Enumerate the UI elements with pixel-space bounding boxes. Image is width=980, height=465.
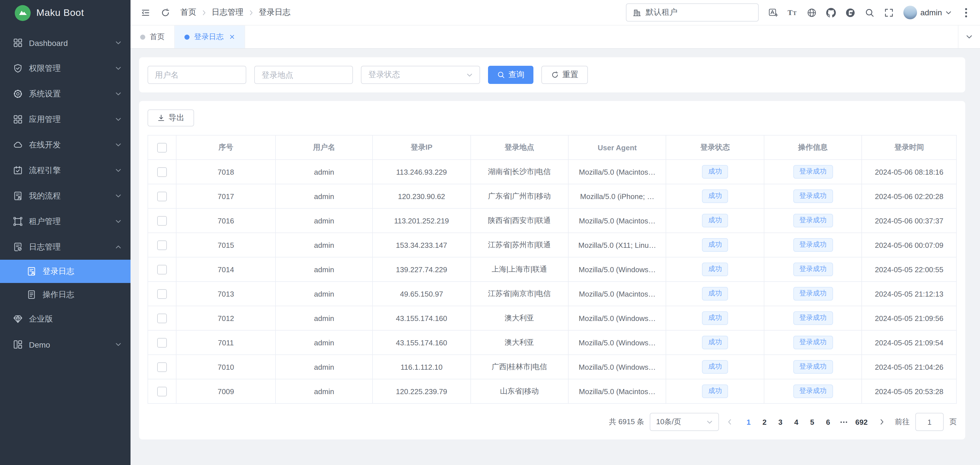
sidebar-item-label: 操作日志	[43, 289, 121, 300]
status-badge: 成功	[702, 189, 728, 203]
cell-ip: 43.155.174.160	[372, 306, 471, 330]
tab-dot	[185, 34, 189, 40]
next-page-button[interactable]	[877, 419, 887, 425]
info-badge: 登录成功	[793, 214, 833, 227]
cell-id: 7015	[176, 233, 276, 257]
select-all-checkbox[interactable]	[157, 143, 167, 152]
tabbar-dropdown[interactable]	[958, 25, 980, 48]
github-icon[interactable]	[826, 8, 836, 17]
status-badge: 成功	[702, 311, 728, 325]
table-row: 7011admin43.155.174.160澳大利亚Mozilla/5.0 (…	[148, 330, 956, 355]
search-button[interactable]: 查询	[488, 66, 533, 84]
more-pages-icon[interactable]	[836, 421, 852, 423]
page-number-button[interactable]: 6	[820, 414, 836, 430]
cell-location: 广东省|广州市|移动	[471, 184, 568, 208]
cell-location: 澳大利亚	[471, 306, 568, 330]
sidebar-item-system-settings[interactable]: 系统设置	[0, 81, 130, 106]
col-header-ip: 登录IP	[372, 135, 471, 160]
sidebar-item-permission-management[interactable]: 权限管理	[0, 56, 130, 81]
row-checkbox[interactable]	[157, 362, 167, 372]
row-checkbox[interactable]	[157, 167, 167, 177]
row-checkbox[interactable]	[157, 265, 167, 274]
sidebar-item-dashboard[interactable]: Dashboard	[0, 30, 130, 56]
user-menu[interactable]: admin	[904, 6, 951, 19]
table-row: 7014admin139.227.74.229上海|上海市|联通Mozilla/…	[148, 257, 956, 282]
kebab-menu-icon[interactable]	[961, 8, 971, 17]
goto-page-input[interactable]	[915, 413, 944, 431]
row-checkbox[interactable]	[157, 386, 167, 396]
chevron-down-icon	[115, 341, 121, 348]
cell-location: 江苏省|苏州市|联通	[471, 233, 568, 257]
row-checkbox[interactable]	[157, 191, 167, 201]
sidebar-item-log-management[interactable]: 日志管理	[0, 234, 130, 260]
globe-icon[interactable]	[807, 8, 816, 17]
reset-button[interactable]: 重置	[541, 66, 588, 84]
tenant-frame-icon	[13, 216, 23, 227]
login-location-input[interactable]	[254, 66, 353, 84]
row-checkbox[interactable]	[157, 216, 167, 225]
table-row: 7015admin153.34.233.147江苏省|苏州市|联通Mozilla…	[148, 233, 956, 257]
tab-bar: 首页 登录日志	[130, 25, 980, 49]
font-size-icon[interactable]: TT	[788, 8, 797, 17]
sidebar-item-workflow-engine[interactable]: 流程引擎	[0, 158, 130, 183]
app-logo[interactable]: Maku Boot	[0, 0, 130, 25]
sidebar-item-tenant-management[interactable]: 租户管理	[0, 209, 130, 234]
breadcrumb-item-log-management[interactable]: 日志管理	[212, 7, 243, 17]
cell-ip: 43.155.174.160	[372, 330, 471, 355]
cell-info: 登录成功	[764, 306, 862, 330]
sidebar-item-login-log[interactable]: 登录日志	[0, 260, 130, 283]
page-number-button[interactable]: 4	[789, 414, 804, 430]
login-status-select[interactable]: 登录状态	[361, 66, 480, 84]
cell-username: admin	[275, 355, 372, 379]
page-number-button[interactable]: 692	[852, 414, 871, 430]
sidebar-item-operation-log[interactable]: 操作日志	[0, 283, 130, 306]
tab-home[interactable]: 首页	[130, 25, 175, 48]
translate-icon[interactable]	[768, 8, 778, 17]
export-button[interactable]: 导出	[148, 110, 194, 127]
logo-mountain-icon	[15, 5, 31, 21]
sidebar-item-enterprise[interactable]: 企业版	[0, 306, 130, 332]
sidebar-item-demo[interactable]: Demo	[0, 332, 130, 357]
page-number-button[interactable]: 1	[741, 414, 757, 430]
tab-login-log[interactable]: 登录日志	[175, 25, 245, 48]
search-icon[interactable]	[865, 8, 875, 17]
table-card: 导出 序号 用户名 登录IP 登录地点	[139, 101, 965, 440]
cell-ip: 153.34.233.147	[372, 233, 471, 257]
login-log-table: 序号 用户名 登录IP 登录地点 User Agent 登录状态 操作信息 登录…	[148, 135, 957, 404]
chevron-down-icon	[115, 193, 121, 199]
row-checkbox[interactable]	[157, 338, 167, 348]
gitee-icon[interactable]	[845, 8, 855, 17]
cell-status: 成功	[666, 233, 764, 257]
sidebar-item-app-management[interactable]: 应用管理	[0, 106, 130, 132]
search-button-label: 查询	[508, 70, 524, 80]
sidebar-item-my-process[interactable]: 我的流程	[0, 183, 130, 209]
fullscreen-icon[interactable]	[884, 8, 894, 17]
cell-ip: 120.225.239.79	[372, 379, 471, 403]
page-number-button[interactable]: 3	[773, 414, 789, 430]
tenant-select-value: 默认租户	[646, 7, 678, 17]
row-checkbox[interactable]	[157, 240, 167, 250]
row-checkbox[interactable]	[157, 289, 167, 298]
svg-text:T: T	[788, 8, 792, 17]
table-row: 7018admin113.246.93.229湖南省|长沙市|电信Mozilla…	[148, 160, 956, 184]
sidebar-item-online-dev[interactable]: 在线开发	[0, 132, 130, 158]
page-size-select[interactable]: 10条/页	[650, 413, 719, 431]
page-number-button[interactable]: 2	[757, 414, 773, 430]
chevron-down-icon	[115, 65, 121, 71]
cell-user-agent: Mozilla/5.0 (Windows…	[568, 306, 666, 330]
tab-dot	[140, 34, 145, 40]
username-input[interactable]	[148, 66, 246, 84]
tenant-select[interactable]: 默认租户	[626, 3, 759, 22]
close-icon[interactable]	[229, 34, 235, 40]
breadcrumb-item-home[interactable]: 首页	[180, 7, 196, 17]
refresh-page-icon[interactable]	[161, 8, 170, 17]
status-badge: 成功	[702, 263, 728, 276]
collapse-sidebar-icon[interactable]	[141, 8, 150, 17]
cell-info: 登录成功	[764, 355, 862, 379]
cell-user-agent: Mozilla/5.0 (Windows…	[568, 330, 666, 355]
cell-info: 登录成功	[764, 282, 862, 306]
row-checkbox[interactable]	[157, 313, 167, 323]
chevron-down-icon	[966, 33, 973, 40]
page-number-button[interactable]: 5	[804, 414, 820, 430]
prev-page-button[interactable]	[725, 419, 735, 425]
